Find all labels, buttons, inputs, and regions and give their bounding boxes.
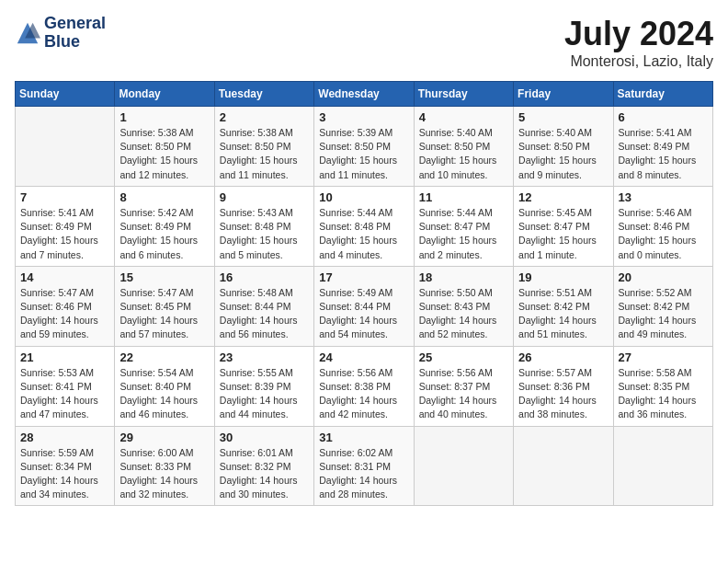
calendar-cell: 9Sunrise: 5:43 AM Sunset: 8:48 PM Daylig…	[214, 186, 313, 266]
day-info: Sunrise: 5:46 AM Sunset: 8:46 PM Dayligh…	[619, 206, 708, 262]
calendar-cell: 16Sunrise: 5:48 AM Sunset: 8:44 PM Dayli…	[214, 266, 313, 346]
day-info: Sunrise: 5:44 AM Sunset: 8:47 PM Dayligh…	[419, 206, 508, 262]
day-number: 1	[119, 110, 209, 124]
day-info: Sunrise: 5:57 AM Sunset: 8:36 PM Dayligh…	[518, 366, 608, 422]
day-info: Sunrise: 5:54 AM Sunset: 8:40 PM Dayligh…	[119, 366, 209, 422]
calendar-cell: 3Sunrise: 5:39 AM Sunset: 8:50 PM Daylig…	[314, 107, 414, 187]
calendar-cell: 18Sunrise: 5:50 AM Sunset: 8:43 PM Dayli…	[414, 266, 513, 346]
calendar-cell: 4Sunrise: 5:40 AM Sunset: 8:50 PM Daylig…	[414, 107, 513, 187]
calendar-cell	[613, 426, 712, 506]
day-info: Sunrise: 6:02 AM Sunset: 8:31 PM Dayligh…	[319, 446, 408, 502]
calendar-cell: 2Sunrise: 5:38 AM Sunset: 8:50 PM Daylig…	[214, 107, 313, 187]
calendar-cell: 12Sunrise: 5:45 AM Sunset: 8:47 PM Dayli…	[514, 186, 613, 266]
logo-line2: Blue	[44, 33, 106, 52]
day-info: Sunrise: 5:56 AM Sunset: 8:38 PM Dayligh…	[319, 366, 408, 422]
calendar-week-3: 14Sunrise: 5:47 AM Sunset: 8:46 PM Dayli…	[16, 266, 713, 346]
calendar-week-1: 1Sunrise: 5:38 AM Sunset: 8:50 PM Daylig…	[16, 107, 713, 187]
calendar-cell: 25Sunrise: 5:56 AM Sunset: 8:37 PM Dayli…	[414, 346, 513, 426]
day-number: 12	[518, 190, 608, 204]
day-number: 4	[419, 110, 508, 124]
day-number: 18	[419, 270, 508, 284]
logo-text: General Blue	[44, 15, 106, 52]
calendar-cell: 7Sunrise: 5:41 AM Sunset: 8:49 PM Daylig…	[16, 186, 115, 266]
calendar-week-4: 21Sunrise: 5:53 AM Sunset: 8:41 PM Dayli…	[16, 346, 713, 426]
calendar-week-5: 28Sunrise: 5:59 AM Sunset: 8:34 PM Dayli…	[16, 426, 713, 506]
location-title: Monterosi, Lazio, Italy	[564, 53, 713, 70]
day-info: Sunrise: 5:41 AM Sunset: 8:49 PM Dayligh…	[619, 126, 708, 182]
day-number: 8	[119, 190, 209, 204]
page-header: General Blue July 2024 Monterosi, Lazio,…	[15, 15, 713, 70]
calendar-cell: 10Sunrise: 5:44 AM Sunset: 8:48 PM Dayli…	[314, 186, 414, 266]
col-wednesday: Wednesday	[314, 82, 414, 107]
calendar-cell: 11Sunrise: 5:44 AM Sunset: 8:47 PM Dayli…	[414, 186, 513, 266]
calendar-cell: 5Sunrise: 5:40 AM Sunset: 8:50 PM Daylig…	[514, 107, 613, 187]
calendar-cell: 28Sunrise: 5:59 AM Sunset: 8:34 PM Dayli…	[16, 426, 115, 506]
calendar-cell: 6Sunrise: 5:41 AM Sunset: 8:49 PM Daylig…	[613, 107, 712, 187]
day-number: 2	[220, 110, 309, 124]
logo: General Blue	[15, 15, 106, 52]
day-info: Sunrise: 5:58 AM Sunset: 8:35 PM Dayligh…	[619, 366, 708, 422]
day-number: 25	[419, 350, 508, 364]
calendar-cell: 8Sunrise: 5:42 AM Sunset: 8:49 PM Daylig…	[115, 186, 214, 266]
day-number: 3	[319, 110, 408, 124]
day-number: 20	[619, 270, 708, 284]
calendar-cell	[16, 107, 115, 187]
header-row: Sunday Monday Tuesday Wednesday Thursday…	[16, 82, 713, 107]
calendar-cell: 29Sunrise: 6:00 AM Sunset: 8:33 PM Dayli…	[115, 426, 214, 506]
day-info: Sunrise: 5:43 AM Sunset: 8:48 PM Dayligh…	[220, 206, 309, 262]
day-info: Sunrise: 5:39 AM Sunset: 8:50 PM Dayligh…	[319, 126, 408, 182]
day-number: 30	[220, 431, 309, 444]
day-info: Sunrise: 5:38 AM Sunset: 8:50 PM Dayligh…	[220, 126, 309, 182]
day-number: 19	[518, 270, 608, 284]
day-info: Sunrise: 5:51 AM Sunset: 8:42 PM Dayligh…	[518, 286, 608, 342]
calendar-cell: 30Sunrise: 6:01 AM Sunset: 8:32 PM Dayli…	[214, 426, 313, 506]
day-info: Sunrise: 5:55 AM Sunset: 8:39 PM Dayligh…	[220, 366, 309, 422]
calendar-cell: 15Sunrise: 5:47 AM Sunset: 8:45 PM Dayli…	[115, 266, 214, 346]
day-number: 13	[619, 190, 708, 204]
day-number: 26	[518, 350, 608, 364]
day-info: Sunrise: 5:45 AM Sunset: 8:47 PM Dayligh…	[518, 206, 608, 262]
calendar-cell: 14Sunrise: 5:47 AM Sunset: 8:46 PM Dayli…	[16, 266, 115, 346]
day-info: Sunrise: 5:47 AM Sunset: 8:45 PM Dayligh…	[119, 286, 209, 342]
col-thursday: Thursday	[414, 82, 513, 107]
day-info: Sunrise: 5:41 AM Sunset: 8:49 PM Dayligh…	[20, 206, 109, 262]
calendar-cell: 22Sunrise: 5:54 AM Sunset: 8:40 PM Dayli…	[115, 346, 214, 426]
col-sunday: Sunday	[16, 82, 115, 107]
day-info: Sunrise: 5:47 AM Sunset: 8:46 PM Dayligh…	[20, 286, 109, 342]
calendar-cell: 26Sunrise: 5:57 AM Sunset: 8:36 PM Dayli…	[514, 346, 613, 426]
day-number: 14	[20, 270, 109, 284]
col-tuesday: Tuesday	[214, 82, 313, 107]
day-info: Sunrise: 5:52 AM Sunset: 8:42 PM Dayligh…	[619, 286, 708, 342]
calendar-table: Sunday Monday Tuesday Wednesday Thursday…	[15, 81, 713, 506]
day-number: 11	[419, 190, 508, 204]
day-number: 16	[220, 270, 309, 284]
day-info: Sunrise: 5:59 AM Sunset: 8:34 PM Dayligh…	[20, 446, 109, 502]
logo-icon	[15, 20, 40, 46]
day-info: Sunrise: 5:56 AM Sunset: 8:37 PM Dayligh…	[419, 366, 508, 422]
day-number: 24	[319, 350, 408, 364]
day-number: 10	[319, 190, 408, 204]
day-info: Sunrise: 5:53 AM Sunset: 8:41 PM Dayligh…	[20, 366, 109, 422]
day-info: Sunrise: 5:49 AM Sunset: 8:44 PM Dayligh…	[319, 286, 408, 342]
day-number: 7	[20, 190, 109, 204]
col-monday: Monday	[115, 82, 214, 107]
day-number: 23	[220, 350, 309, 364]
day-info: Sunrise: 5:38 AM Sunset: 8:50 PM Dayligh…	[119, 126, 209, 182]
day-number: 21	[20, 350, 109, 364]
calendar-cell: 27Sunrise: 5:58 AM Sunset: 8:35 PM Dayli…	[613, 346, 712, 426]
calendar-cell: 17Sunrise: 5:49 AM Sunset: 8:44 PM Dayli…	[314, 266, 414, 346]
day-number: 31	[319, 431, 408, 444]
day-info: Sunrise: 5:44 AM Sunset: 8:48 PM Dayligh…	[319, 206, 408, 262]
calendar-cell: 23Sunrise: 5:55 AM Sunset: 8:39 PM Dayli…	[214, 346, 313, 426]
day-number: 15	[119, 270, 209, 284]
col-friday: Friday	[514, 82, 613, 107]
month-title: July 2024	[564, 15, 713, 53]
calendar-cell: 31Sunrise: 6:02 AM Sunset: 8:31 PM Dayli…	[314, 426, 414, 506]
calendar-cell: 21Sunrise: 5:53 AM Sunset: 8:41 PM Dayli…	[16, 346, 115, 426]
day-info: Sunrise: 5:40 AM Sunset: 8:50 PM Dayligh…	[518, 126, 608, 182]
day-number: 5	[518, 110, 608, 124]
day-number: 9	[220, 190, 309, 204]
calendar-cell: 13Sunrise: 5:46 AM Sunset: 8:46 PM Dayli…	[613, 186, 712, 266]
day-info: Sunrise: 5:42 AM Sunset: 8:49 PM Dayligh…	[119, 206, 209, 262]
day-info: Sunrise: 5:50 AM Sunset: 8:43 PM Dayligh…	[419, 286, 508, 342]
